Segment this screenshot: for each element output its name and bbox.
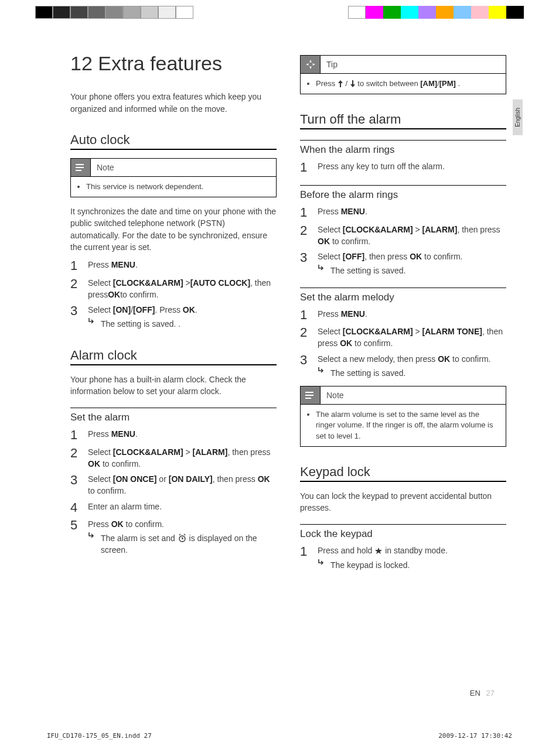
intro-text: Your phone offers you extra features whi…	[70, 91, 277, 115]
svg-rect-5	[305, 395, 313, 396]
auto-clock-steps: 1Press MENU. 2Select [CLOCK&ALARM] >[AUT…	[70, 259, 277, 330]
step-text: Press OK to confirm. The alarm is set an…	[88, 518, 277, 556]
left-column: 12 Extra features Your phone offers you …	[70, 53, 277, 697]
note-label: Note	[97, 159, 114, 176]
subheading-before-rings: Before the alarm rings	[300, 185, 506, 201]
note-box: Note The alarm volume is set to the same…	[300, 386, 506, 447]
down-arrow-key-icon	[350, 80, 356, 88]
svg-rect-6	[305, 398, 311, 399]
section-turn-off-alarm: Turn off the alarm	[300, 112, 506, 129]
step-text: Press any key to turn off the alarm.	[318, 160, 506, 175]
step-text: Select [OFF], then press OK to confirm. …	[318, 251, 506, 277]
footer-lang: EN	[470, 689, 480, 697]
step-text: Select [ON]/[OFF]. Press OK. The setting…	[88, 304, 277, 330]
when-rings-steps: 1Press any key to turn off the alarm.	[300, 160, 506, 175]
subheading-when-rings: When the alarm rings	[300, 140, 506, 156]
tip-label: Tip	[326, 56, 338, 73]
step-text: Press MENU.	[318, 206, 506, 220]
grayscale-swatches	[35, 6, 193, 19]
melody-steps: 1Press MENU. 2Select [CLOCK&ALARM] > [AL…	[300, 308, 506, 379]
note-icon	[301, 386, 321, 404]
step-text: Select [CLOCK&ALARM] >[AUTO CLOCK], then…	[88, 277, 277, 301]
subheading-alarm-melody: Set the alarm melody	[300, 288, 506, 303]
slug-timestamp: 2009-12-17 17:30:42	[438, 732, 512, 740]
page-footer: EN 27	[470, 689, 495, 697]
tip-text: Press / to switch between [AM]/[PM] .	[316, 78, 499, 89]
step-text: Select [ON ONCE] or [ON DAILY], then pre…	[88, 473, 277, 497]
result-arrow-icon	[318, 559, 326, 571]
tip-box: Tip Press / to switch between [AM]/[PM] …	[300, 55, 506, 94]
note-icon	[71, 159, 91, 176]
alarm-desc: Your phone has a built-in alarm clock. C…	[70, 374, 277, 398]
section-auto-clock: Auto clock	[70, 132, 277, 150]
tip-icon	[301, 56, 321, 73]
right-column: Tip Press / to switch between [AM]/[PM] …	[300, 53, 506, 697]
registration-marks	[0, 6, 559, 19]
result-arrow-icon	[318, 265, 326, 276]
note-label: Note	[326, 387, 344, 403]
step-text: Select [CLOCK&ALARM] > [ALARM], then pre…	[88, 446, 277, 470]
svg-rect-1	[76, 167, 84, 168]
subheading-lock-keypad: Lock the keypad	[300, 524, 506, 540]
svg-rect-0	[76, 164, 84, 165]
section-keypad-lock: Keypad lock	[300, 464, 506, 482]
up-arrow-key-icon	[338, 80, 343, 88]
lock-keypad-steps: 1Press and hold in standby mode. The key…	[300, 545, 506, 571]
before-rings-steps: 1Press MENU. 2Select [CLOCK&ALARM] > [AL…	[300, 206, 506, 276]
print-slug: IFU_CD170-175_05_EN.indd 27 2009-12-17 1…	[47, 732, 512, 740]
step-text: Press and hold in standby mode. The keyp…	[318, 545, 506, 571]
auto-clock-desc: It synchronizes the date and time on you…	[70, 206, 277, 253]
result-arrow-icon	[88, 532, 96, 556]
step-text: Press MENU.	[88, 259, 277, 273]
keypad-desc: You can lock the keypad to prevent accid…	[300, 490, 506, 514]
note-text: This service is network dependent.	[86, 182, 269, 192]
step-text: Select [CLOCK&ALARM] > [ALARM TONE], the…	[318, 326, 506, 350]
svg-rect-4	[305, 392, 313, 393]
section-alarm-clock: Alarm clock	[70, 348, 277, 365]
set-alarm-steps: 1Press MENU. 2Select [CLOCK&ALARM] > [AL…	[70, 428, 277, 556]
note-text: The alarm volume is set to the same leve…	[316, 409, 499, 442]
step-text: Press MENU.	[88, 428, 277, 442]
result-arrow-icon	[88, 318, 96, 330]
chapter-title: 12 Extra features	[70, 53, 277, 74]
page-content: 12 Extra features Your phone offers you …	[70, 53, 506, 697]
star-key-icon	[374, 547, 383, 555]
svg-rect-2	[76, 170, 81, 171]
language-tab: English	[513, 100, 523, 135]
step-text: Select [CLOCK&ALARM] > [ALARM], then pre…	[318, 224, 506, 248]
color-swatches	[348, 6, 524, 19]
step-text: Select a new melody, then press OK to co…	[318, 353, 506, 379]
slug-filename: IFU_CD170-175_05_EN.indd 27	[47, 732, 152, 740]
subheading-set-alarm: Set the alarm	[70, 408, 277, 423]
step-text: Press MENU.	[318, 308, 506, 322]
result-arrow-icon	[318, 367, 326, 379]
page-number: 27	[486, 689, 495, 697]
step-text: Enter an alarm time.	[88, 501, 277, 515]
alarm-clock-icon	[178, 533, 187, 543]
note-box: Note This service is network dependent.	[70, 158, 277, 197]
